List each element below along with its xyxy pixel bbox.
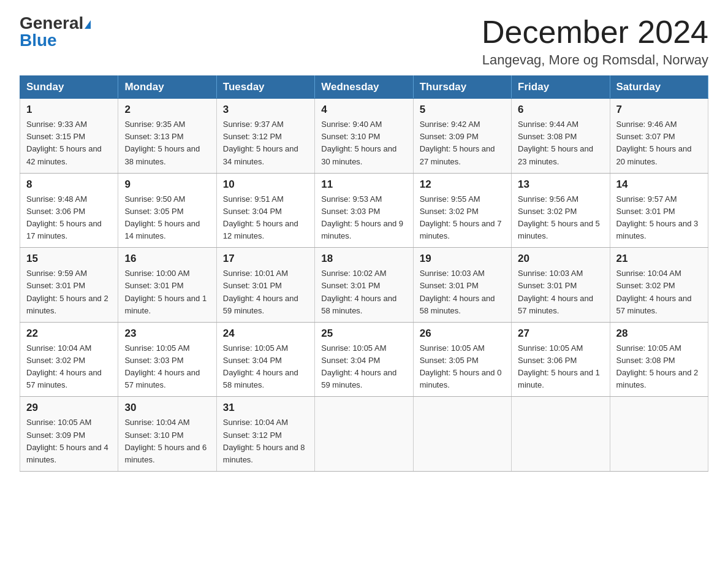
day-cell: 25 Sunrise: 10:05 AM Sunset: 3:04 PM Day… <box>315 322 413 397</box>
sunrise-label: Sunrise: 10:02 AM <box>321 269 386 278</box>
day-cell <box>315 397 413 472</box>
day-info: Sunrise: 10:02 AM Sunset: 3:01 PM Daylig… <box>321 267 406 317</box>
sunrise-label: Sunrise: 9:33 AM <box>26 120 87 129</box>
day-number: 15 <box>26 253 112 265</box>
sunset-label: Sunset: 3:01 PM <box>321 281 380 290</box>
day-info: Sunrise: 10:00 AM Sunset: 3:01 PM Daylig… <box>124 267 210 317</box>
sunrise-label: Sunrise: 10:05 AM <box>616 343 681 353</box>
sunset-label: Sunset: 3:05 PM <box>124 207 183 216</box>
day-cell: 1 Sunrise: 9:33 AM Sunset: 3:15 PM Dayli… <box>20 99 118 174</box>
daylight-label: Daylight: 5 hours and 27 minutes. <box>420 144 495 166</box>
sunrise-label: Sunrise: 10:04 AM <box>223 418 288 427</box>
daylight-label: Daylight: 5 hours and 1 minute. <box>124 294 207 315</box>
day-info: Sunrise: 10:01 AM Sunset: 3:01 PM Daylig… <box>223 267 308 317</box>
day-cell: 15 Sunrise: 9:59 AM Sunset: 3:01 PM Dayl… <box>20 248 118 323</box>
day-info: Sunrise: 9:46 AM Sunset: 3:07 PM Dayligh… <box>616 118 702 168</box>
day-cell: 12 Sunrise: 9:55 AM Sunset: 3:02 PM Dayl… <box>413 173 511 248</box>
daylight-label: Daylight: 4 hours and 58 minutes. <box>321 294 396 315</box>
sunset-label: Sunset: 3:02 PM <box>518 207 577 216</box>
daylight-label: Daylight: 5 hours and 23 minutes. <box>518 144 593 166</box>
sunrise-label: Sunrise: 9:57 AM <box>616 194 677 204</box>
day-cell: 20 Sunrise: 10:03 AM Sunset: 3:01 PM Day… <box>512 248 610 323</box>
title-block: December 2024 Langevag, More og Romsdal,… <box>482 15 708 68</box>
week-row-2: 8 Sunrise: 9:48 AM Sunset: 3:06 PM Dayli… <box>20 173 708 248</box>
daylight-label: Daylight: 5 hours and 4 minutes. <box>26 443 108 464</box>
daylight-label: Daylight: 4 hours and 57 minutes. <box>26 368 102 389</box>
sunset-label: Sunset: 3:09 PM <box>26 431 85 440</box>
sunset-label: Sunset: 3:02 PM <box>26 356 85 365</box>
sunset-label: Sunset: 3:03 PM <box>321 207 380 216</box>
sunrise-label: Sunrise: 9:37 AM <box>223 120 284 129</box>
day-info: Sunrise: 9:44 AM Sunset: 3:08 PM Dayligh… <box>518 118 603 168</box>
sunrise-label: Sunrise: 10:05 AM <box>518 343 583 353</box>
daylight-label: Daylight: 5 hours and 5 minutes. <box>518 219 600 240</box>
day-cell: 17 Sunrise: 10:01 AM Sunset: 3:01 PM Day… <box>216 248 314 323</box>
sunrise-label: Sunrise: 9:56 AM <box>518 194 578 204</box>
day-number: 3 <box>223 104 308 116</box>
daylight-label: Daylight: 5 hours and 9 minutes. <box>321 219 403 240</box>
daylight-label: Daylight: 5 hours and 7 minutes. <box>420 219 502 240</box>
day-info: Sunrise: 10:04 AM Sunset: 3:10 PM Daylig… <box>124 416 210 466</box>
day-cell: 22 Sunrise: 10:04 AM Sunset: 3:02 PM Day… <box>20 322 118 397</box>
daylight-label: Daylight: 5 hours and 3 minutes. <box>616 219 699 240</box>
day-cell: 10 Sunrise: 9:51 AM Sunset: 3:04 PM Dayl… <box>216 173 314 248</box>
day-number: 24 <box>223 327 308 340</box>
header-thursday: Thursday <box>413 76 511 99</box>
day-number: 10 <box>223 178 308 191</box>
day-cell: 28 Sunrise: 10:05 AM Sunset: 3:08 PM Day… <box>610 322 708 397</box>
daylight-label: Daylight: 4 hours and 59 minutes. <box>223 294 298 315</box>
day-number: 31 <box>223 402 308 414</box>
day-number: 4 <box>321 104 406 116</box>
daylight-label: Daylight: 5 hours and 1 minute. <box>518 368 600 389</box>
day-cell: 5 Sunrise: 9:42 AM Sunset: 3:09 PM Dayli… <box>413 99 511 174</box>
day-info: Sunrise: 9:53 AM Sunset: 3:03 PM Dayligh… <box>321 193 406 243</box>
day-number: 30 <box>124 402 210 414</box>
header-monday: Monday <box>118 76 216 99</box>
sunset-label: Sunset: 3:04 PM <box>321 356 380 365</box>
day-number: 18 <box>321 253 406 265</box>
sunrise-label: Sunrise: 9:51 AM <box>223 194 284 204</box>
daylight-label: Daylight: 5 hours and 34 minutes. <box>223 144 298 166</box>
sunrise-label: Sunrise: 9:48 AM <box>26 194 87 204</box>
sunrise-label: Sunrise: 9:44 AM <box>518 120 578 129</box>
daylight-label: Daylight: 5 hours and 14 minutes. <box>124 219 200 240</box>
calendar-table: SundayMondayTuesdayWednesdayThursdayFrid… <box>20 75 708 472</box>
day-cell: 19 Sunrise: 10:03 AM Sunset: 3:01 PM Day… <box>413 248 511 323</box>
sunset-label: Sunset: 3:10 PM <box>321 132 380 141</box>
day-cell: 27 Sunrise: 10:05 AM Sunset: 3:06 PM Day… <box>512 322 610 397</box>
day-cell: 14 Sunrise: 9:57 AM Sunset: 3:01 PM Dayl… <box>610 173 708 248</box>
day-info: Sunrise: 9:33 AM Sunset: 3:15 PM Dayligh… <box>26 118 112 168</box>
sunset-label: Sunset: 3:01 PM <box>26 281 85 290</box>
day-number: 2 <box>124 104 210 116</box>
daylight-label: Daylight: 5 hours and 30 minutes. <box>321 144 396 166</box>
sunset-label: Sunset: 3:01 PM <box>420 281 479 290</box>
sunrise-label: Sunrise: 9:42 AM <box>420 120 480 129</box>
daylight-label: Daylight: 4 hours and 58 minutes. <box>420 294 495 315</box>
daylight-label: Daylight: 5 hours and 20 minutes. <box>616 144 692 166</box>
day-number: 28 <box>616 327 702 340</box>
day-number: 7 <box>616 104 702 116</box>
sunset-label: Sunset: 3:15 PM <box>26 132 85 141</box>
day-info: Sunrise: 10:05 AM Sunset: 3:04 PM Daylig… <box>223 342 308 392</box>
day-number: 19 <box>420 253 505 265</box>
day-info: Sunrise: 10:05 AM Sunset: 3:04 PM Daylig… <box>321 342 406 392</box>
sunset-label: Sunset: 3:10 PM <box>124 431 183 440</box>
sunset-label: Sunset: 3:01 PM <box>223 281 282 290</box>
week-row-3: 15 Sunrise: 9:59 AM Sunset: 3:01 PM Dayl… <box>20 248 708 323</box>
day-cell: 24 Sunrise: 10:05 AM Sunset: 3:04 PM Day… <box>216 322 314 397</box>
day-number: 20 <box>518 253 603 265</box>
sunset-label: Sunset: 3:02 PM <box>616 281 675 290</box>
day-number: 12 <box>420 178 505 191</box>
day-info: Sunrise: 10:04 AM Sunset: 3:02 PM Daylig… <box>616 267 702 317</box>
day-cell: 9 Sunrise: 9:50 AM Sunset: 3:05 PM Dayli… <box>118 173 216 248</box>
day-number: 5 <box>420 104 505 116</box>
daylight-label: Daylight: 4 hours and 57 minutes. <box>616 294 692 315</box>
day-cell <box>512 397 610 472</box>
day-info: Sunrise: 9:55 AM Sunset: 3:02 PM Dayligh… <box>420 193 505 243</box>
logo-top: General <box>20 15 91 32</box>
sunset-label: Sunset: 3:01 PM <box>616 207 675 216</box>
day-number: 23 <box>124 327 210 340</box>
sunrise-label: Sunrise: 10:00 AM <box>124 269 189 278</box>
day-info: Sunrise: 10:03 AM Sunset: 3:01 PM Daylig… <box>420 267 505 317</box>
header-friday: Friday <box>512 76 610 99</box>
